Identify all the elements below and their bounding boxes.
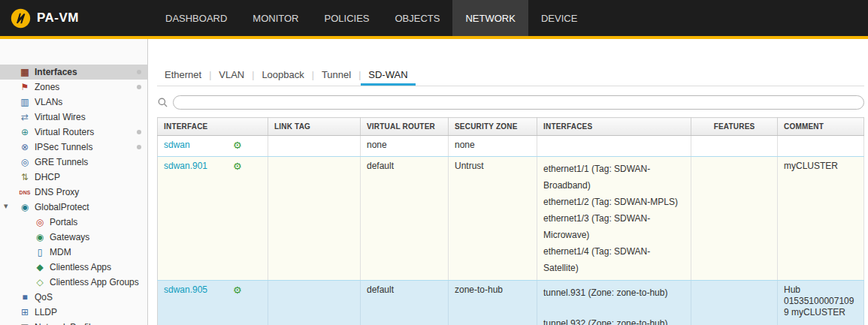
tab-ethernet[interactable]: Ethernet xyxy=(157,69,209,86)
gre-tunnels-icon: ◎ xyxy=(18,158,32,167)
member-interface: ethernet1/4 (Tag: SDWAN-Satellite) xyxy=(543,243,685,276)
cell-interfaces: ethernet1/1 (Tag: SDWAN-Broadband) ether… xyxy=(537,157,691,281)
sidebar-item-network-profiles[interactable]: ▤ Network Profiles xyxy=(0,320,147,325)
main-content: Ethernet | VLAN | Loopback | Tunnel | SD… xyxy=(148,39,868,325)
sidebar-item-gre-tunnels[interactable]: ◎ GRE Tunnels xyxy=(0,155,147,170)
interface-link[interactable]: sdwan.905 xyxy=(164,284,233,295)
portals-icon: ◎ xyxy=(33,218,47,227)
col-comment[interactable]: COMMENT xyxy=(778,118,864,136)
search-input[interactable] xyxy=(173,95,864,110)
nav-network[interactable]: NETWORK xyxy=(452,0,528,36)
cell-features xyxy=(691,157,778,281)
sidebar-item-lldp[interactable]: ⊞ LLDP xyxy=(0,305,147,320)
top-bar: PA-VM DASHBOARD MONITOR POLICIES OBJECTS… xyxy=(0,0,868,36)
member-interface: ethernet1/1 (Tag: SDWAN-Broadband) xyxy=(543,161,685,194)
gear-icon[interactable]: ⚙ xyxy=(233,285,242,295)
col-features[interactable]: FEATURES xyxy=(691,118,778,136)
interface-link[interactable]: sdwan.901 xyxy=(164,161,233,171)
tab-tunnel[interactable]: Tunnel xyxy=(314,69,358,86)
nav-dashboard[interactable]: DASHBOARD xyxy=(153,0,240,36)
sidebar-item-label: Virtual Routers xyxy=(35,127,134,137)
sidebar-item-label: GlobalProtect xyxy=(35,202,141,212)
vlans-icon: ▥ xyxy=(18,98,32,107)
col-security-zone[interactable]: SECURITY ZONE xyxy=(449,118,537,136)
cell-security-zone: Untrust xyxy=(449,157,537,281)
interface-link[interactable]: sdwan xyxy=(164,140,233,150)
sidebar-item-gateways[interactable]: ◉ Gateways xyxy=(0,230,147,245)
cell-interfaces: tunnel.931 (Zone: zone-to-hub) tunnel.93… xyxy=(537,281,691,325)
cell-virtual-router: default xyxy=(361,157,449,281)
globalprotect-icon: ◉ xyxy=(18,203,32,212)
gear-icon[interactable]: ⚙ xyxy=(233,140,242,150)
sidebar-item-portals[interactable]: ◎ Portals xyxy=(0,215,147,230)
brand: PA-VM xyxy=(0,0,89,36)
interface-type-tabs: Ethernet | VLAN | Loopback | Tunnel | SD… xyxy=(157,66,864,86)
sidebar-item-clientless-app-groups[interactable]: ◇ Clientless App Groups xyxy=(0,275,147,290)
cell-link-tag xyxy=(268,157,361,281)
gear-icon[interactable]: ⚙ xyxy=(233,161,242,171)
brand-name: PA-VM xyxy=(37,11,79,26)
sidebar-item-vlans[interactable]: ▥ VLANs xyxy=(0,95,147,110)
mdm-icon: ▯ xyxy=(33,248,47,257)
tab-vlan[interactable]: VLAN xyxy=(211,69,252,86)
sidebar-item-ipsec-tunnels[interactable]: ⊗ IPSec Tunnels xyxy=(0,140,147,155)
member-interface: tunnel.931 (Zone: zone-to-hub) xyxy=(543,284,685,301)
cell-interface: sdwan.905 ⚙ xyxy=(158,281,268,325)
clientless-app-groups-icon: ◇ xyxy=(33,278,47,287)
sidebar-item-label: Zones xyxy=(35,82,134,92)
col-virtual-router[interactable]: VIRTUAL ROUTER xyxy=(361,118,449,136)
table-row[interactable]: sdwan.905 ⚙ default zone-to-hub tunnel.9… xyxy=(158,281,864,325)
cell-interface: sdwan ⚙ xyxy=(158,136,268,157)
sidebar-item-virtual-routers[interactable]: ⊕ Virtual Routers xyxy=(0,125,147,140)
nav-device[interactable]: DEVICE xyxy=(528,0,590,36)
dns-proxy-icon: DNS xyxy=(18,190,32,195)
ipsec-tunnels-icon: ⊗ xyxy=(18,143,32,152)
virtual-routers-icon: ⊕ xyxy=(18,128,32,137)
sidebar-item-interfaces[interactable]: ▦ Interfaces xyxy=(0,65,147,80)
sidebar-item-label: IPSec Tunnels xyxy=(35,142,134,152)
search-row xyxy=(157,95,864,110)
col-interface[interactable]: INTERFACE xyxy=(158,118,268,136)
cell-security-zone: none xyxy=(449,136,537,157)
tab-sdwan[interactable]: SD-WAN xyxy=(361,69,415,86)
sidebar-item-virtual-wires[interactable]: ⇄ Virtual Wires xyxy=(0,110,147,125)
sidebar-item-zones[interactable]: ⚑ Zones xyxy=(0,80,147,95)
pan-flame-logo-icon xyxy=(11,8,31,29)
nav-monitor[interactable]: MONITOR xyxy=(240,0,311,36)
sidebar-item-qos[interactable]: ■ QoS xyxy=(0,290,147,305)
sidebar-item-globalprotect[interactable]: ▾ ◉ GlobalProtect xyxy=(0,200,147,215)
sidebar-item-label: Portals xyxy=(50,217,141,227)
qos-icon: ■ xyxy=(18,293,32,302)
sidebar-item-clientless-apps[interactable]: ◆ Clientless Apps xyxy=(0,260,147,275)
top-nav: DASHBOARD MONITOR POLICIES OBJECTS NETWO… xyxy=(153,0,590,36)
tab-loopback[interactable]: Loopback xyxy=(254,69,311,86)
sidebar-item-label: Interfaces xyxy=(35,67,134,77)
table-row[interactable]: sdwan.901 ⚙ default Untrust ethernet1/1 … xyxy=(158,157,864,281)
cell-virtual-router: default xyxy=(361,281,449,325)
sidebar-item-dhcp[interactable]: ⇅ DHCP xyxy=(0,170,147,185)
member-interface: ethernet1/3 (Tag: SDWAN-Microwave) xyxy=(543,210,685,243)
col-interfaces[interactable]: INTERFACES xyxy=(537,118,691,136)
cell-comment xyxy=(778,136,864,157)
sidebar-item-label: DNS Proxy xyxy=(35,187,141,197)
col-link-tag[interactable]: LINK TAG xyxy=(268,118,361,136)
chevron-down-icon[interactable]: ▾ xyxy=(4,202,8,210)
table-row[interactable]: sdwan ⚙ none none xyxy=(158,136,864,157)
lldp-icon: ⊞ xyxy=(18,308,32,317)
cell-comment: Hub 015351000071099 myCLUSTER xyxy=(778,281,864,325)
virtual-wires-icon: ⇄ xyxy=(18,113,32,122)
nav-policies[interactable]: POLICIES xyxy=(312,0,383,36)
zones-icon: ⚑ xyxy=(18,83,32,92)
clientless-apps-icon: ◆ xyxy=(33,263,47,272)
sidebar: ▦ Interfaces ⚑ Zones ▥ VLANs ⇄ Virtual W… xyxy=(0,39,148,325)
cell-features xyxy=(691,281,778,325)
sidebar-item-label: Gateways xyxy=(50,232,141,242)
sidebar-item-label: QoS xyxy=(35,292,141,302)
sidebar-item-mdm[interactable]: ▯ MDM xyxy=(0,245,147,260)
status-dot xyxy=(137,85,141,89)
sidebar-item-label: VLANs xyxy=(35,97,141,107)
interfaces-icon: ▦ xyxy=(18,68,32,77)
cell-interface: sdwan.901 ⚙ xyxy=(158,157,268,281)
sidebar-item-dns-proxy[interactable]: DNS DNS Proxy xyxy=(0,185,147,200)
nav-objects[interactable]: OBJECTS xyxy=(382,0,452,36)
